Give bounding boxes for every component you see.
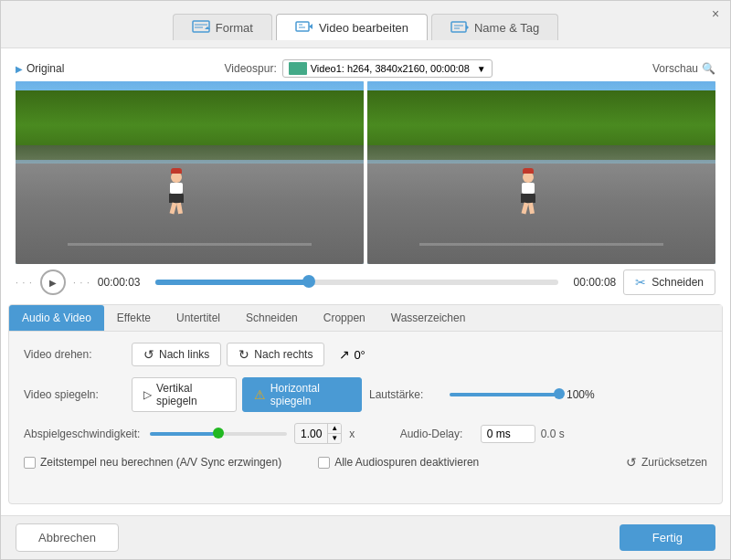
lautstaerke-track[interactable]	[450, 393, 559, 396]
zuruecksetzen-label: Zurücksetzen	[641, 456, 707, 469]
lautstaerke-right: Lautstärke: 100%	[369, 388, 707, 401]
svg-marker-10	[466, 25, 469, 30]
horizontal-button[interactable]: ⚠ Horizontal spiegeln	[242, 377, 362, 412]
tab-video-bearbeiten[interactable]: Video bearbeiten	[276, 14, 428, 40]
tab-name-tag-label: Name & Tag	[474, 21, 539, 35]
audiospuren-label: Alle Audiospuren deaktivieren	[334, 456, 479, 469]
video-drehen-label: Video drehen:	[24, 348, 124, 361]
settings-tab-schneiden[interactable]: Schneiden	[233, 305, 311, 331]
speed-left: Abspielgeschwindigkeit: 1.00 ▲ ▼	[24, 423, 393, 444]
audio-delay-input[interactable]	[481, 425, 535, 443]
main-window: Format Video bearbeiten	[0, 0, 731, 560]
tab-format-label: Format	[216, 21, 253, 35]
abbrechen-button[interactable]: Abbrechen	[16, 523, 119, 552]
transport-bar: · · · ▶ · · · 00:00:03 00:00:08 ✂ Schnei…	[8, 264, 723, 301]
zeitstempel-label: Zeitstempel neu berechnen (A/V Sync erzw…	[40, 456, 281, 469]
settings-tab-croppen[interactable]: Croppen	[311, 305, 378, 331]
speed-track[interactable]	[150, 432, 287, 436]
settings-tab-audio-video[interactable]: Audio & Video	[9, 305, 104, 331]
horizontal-label: Horizontal spiegeln	[270, 382, 350, 407]
lautstaerke-slider: 100%	[450, 388, 599, 401]
spiegeln-left: Video spiegeln: ▷ Vertikal spiegeln ⚠ Ho…	[24, 377, 362, 412]
dropdown-arrow-icon: ▼	[477, 64, 486, 74]
audio-delay-right: Audio-Delay: 0.0 s	[400, 425, 707, 443]
settings-tab-wasserzeichen[interactable]: Wasserzeichen	[378, 305, 479, 331]
schneiden-label: Schneiden	[652, 276, 704, 289]
play-icon: ▶	[49, 278, 57, 288]
video-panels	[8, 81, 723, 264]
video-drehen-row: Video drehen: ↺ Nach links ↻ Nach rechts…	[24, 343, 707, 366]
lautstaerke-value: 100%	[567, 388, 599, 401]
lautstaerke-label: Lautstärke:	[369, 388, 442, 401]
name-tag-icon	[450, 20, 469, 35]
play-button[interactable]: ▶	[40, 269, 66, 295]
lautstaerke-thumb[interactable]	[554, 388, 565, 399]
settings-tabs: Audio & Video Effekte Untertitel Schneid…	[9, 305, 722, 332]
vertikal-icon: ▷	[143, 388, 152, 401]
speed-thumb[interactable]	[213, 428, 224, 438]
audio-delay-label: Audio-Delay:	[400, 428, 473, 440]
original-label: Original	[26, 62, 64, 75]
zeitstempel-checkbox-group: Zeitstempel neu berechnen (A/V Sync erzw…	[24, 456, 281, 469]
timeline-progress	[155, 280, 309, 285]
warning-icon: ⚠	[254, 387, 266, 402]
close-button[interactable]: ×	[708, 6, 723, 21]
video-header: ▶ Original Videospur: Video1: h264, 3840…	[8, 56, 723, 81]
videospur-selector: Videospur: Video1: h264, 3840x2160, 00:0…	[225, 59, 493, 78]
time-end: 00:00:08	[566, 276, 616, 289]
degree-display: ↗ 0°	[339, 347, 365, 362]
speed-up-button[interactable]: ▲	[328, 424, 341, 434]
settings-tab-untertitel[interactable]: Untertitel	[164, 305, 233, 331]
timeline-thumb[interactable]	[302, 275, 315, 288]
speed-spinners: ▲ ▼	[327, 424, 341, 443]
tab-format[interactable]: Format	[173, 14, 272, 40]
video-panel-left	[16, 81, 364, 264]
schneiden-button[interactable]: ✂ Schneiden	[623, 269, 715, 295]
scissors-icon: ✂	[635, 275, 646, 290]
degree-value: 0°	[354, 348, 365, 362]
search-icon: 🔍	[702, 62, 715, 75]
audio-delay-group: 0.0 s	[481, 425, 565, 443]
audio-delay-seconds: 0.0 s	[541, 428, 565, 440]
rotate-right-icon: ↻	[238, 347, 249, 362]
video-spiegeln-label: Video spiegeln:	[24, 388, 124, 401]
audiospuren-checkbox[interactable]	[318, 457, 330, 469]
tab-bar: Format Video bearbeiten	[1, 1, 730, 48]
settings-tab-effekte[interactable]: Effekte	[104, 305, 164, 331]
nach-rechts-label: Nach rechts	[254, 348, 313, 361]
video-edit-icon	[295, 20, 313, 35]
videospur-value: Video1: h264, 3840x2160, 00:00:08	[311, 63, 470, 74]
settings-section: Audio & Video Effekte Untertitel Schneid…	[8, 304, 723, 504]
tab-name-tag[interactable]: Name & Tag	[431, 14, 558, 40]
zeitstempel-checkbox[interactable]	[24, 457, 36, 469]
fertig-button[interactable]: Fertig	[620, 524, 715, 551]
videospur-dropdown[interactable]: Video1: h264, 3840x2160, 00:00:08 ▼	[282, 59, 493, 78]
settings-content: Video drehen: ↺ Nach links ↻ Nach rechts…	[9, 332, 722, 481]
video-panel-right	[367, 81, 715, 264]
speed-down-button[interactable]: ▼	[328, 434, 341, 443]
figure-right	[521, 172, 535, 213]
nach-links-button[interactable]: ↺ Nach links	[132, 343, 221, 366]
vertikal-label: Vertikal spiegeln	[156, 382, 225, 407]
vertikal-button[interactable]: ▷ Vertikal spiegeln	[132, 377, 237, 412]
zuruecksetzen-button[interactable]: ↺ Zurücksetzen	[626, 455, 707, 470]
timeline-track[interactable]	[155, 280, 558, 285]
reset-icon: ↺	[626, 455, 637, 470]
svg-rect-3	[296, 22, 309, 31]
speed-input[interactable]: 1.00 ▲ ▼	[294, 423, 342, 444]
speed-row: Abspielgeschwindigkeit: 1.00 ▲ ▼	[24, 423, 707, 444]
play-small-icon: ▶	[16, 64, 23, 74]
figure-left	[169, 172, 184, 213]
vorschau-button[interactable]: Vorschau 🔍	[652, 62, 715, 75]
speed-unit-label: x	[349, 428, 355, 440]
speed-value: 1.00	[295, 426, 327, 442]
nach-rechts-button[interactable]: ↻ Nach rechts	[227, 343, 324, 366]
svg-rect-0	[193, 21, 209, 32]
speed-fill	[150, 432, 218, 436]
spiegeln-btn-group: ▷ Vertikal spiegeln ⚠ Horizontal spiegel…	[132, 377, 362, 412]
vorschau-label: Vorschau	[652, 62, 698, 75]
video-scene-left	[16, 81, 364, 264]
speed-label: Abspielgeschwindigkeit:	[24, 428, 143, 440]
transport-dots-left: · · ·	[16, 278, 33, 288]
main-content: ▶ Original Videospur: Video1: h264, 3840…	[1, 48, 730, 515]
